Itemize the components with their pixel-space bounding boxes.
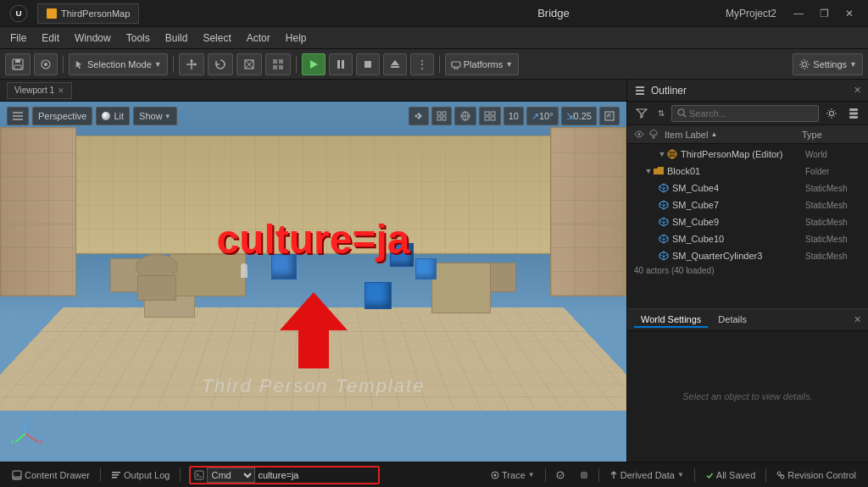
hamburger-menu[interactable] bbox=[7, 107, 29, 125]
smcube4-type: StaticMesh bbox=[805, 184, 865, 193]
filter-button[interactable] bbox=[632, 107, 651, 120]
stop-button[interactable] bbox=[356, 53, 380, 75]
details-tab[interactable]: Details bbox=[711, 313, 754, 328]
smquartercylinder3-type: StaticMesh bbox=[805, 252, 865, 261]
status-sep-5 bbox=[694, 468, 695, 482]
status-sep-4 bbox=[598, 468, 599, 482]
platform-right-2 bbox=[431, 263, 491, 313]
world-grid-button[interactable] bbox=[454, 107, 476, 125]
menu-help[interactable]: Help bbox=[279, 30, 314, 46]
tree-item-smcube4[interactable]: SM_Cube4 StaticMesh bbox=[627, 180, 868, 196]
rotate-button[interactable] bbox=[208, 53, 233, 75]
scale-icon: ⇲ bbox=[566, 111, 574, 122]
all-saved-icon bbox=[705, 471, 714, 479]
tree-item-smcube7[interactable]: SM_Cube7 StaticMesh bbox=[627, 196, 868, 213]
platforms-label: Platforms bbox=[464, 59, 503, 69]
maximize-viewport-button[interactable] bbox=[599, 107, 620, 125]
svg-rect-45 bbox=[636, 90, 644, 91]
tree-item-block01[interactable]: ▼ Block01 Folder bbox=[627, 163, 868, 180]
show-button[interactable]: Show ▼ bbox=[133, 107, 176, 125]
block01-type: Folder bbox=[805, 167, 865, 176]
minimize-button[interactable]: — bbox=[787, 5, 810, 22]
view-mode-toggle[interactable] bbox=[479, 107, 501, 125]
svg-rect-4 bbox=[14, 65, 21, 69]
world-settings-label: World Settings bbox=[641, 314, 701, 324]
play-options-button[interactable]: ⋮ bbox=[410, 53, 434, 75]
platforms-button[interactable]: Platforms ▼ bbox=[445, 53, 519, 75]
viewport[interactable]: Perspective Lit Show ▼ bbox=[0, 102, 626, 462]
outliner-tree: ▼ ThirdPersonMap (Editor) World ▼ Block0… bbox=[627, 144, 868, 308]
menu-file[interactable]: File bbox=[3, 30, 33, 46]
perspective-button[interactable]: Perspective bbox=[32, 107, 92, 125]
map-tab[interactable]: ThirdPersonMap bbox=[37, 3, 139, 24]
cmd-select[interactable]: Cmd Python bbox=[207, 468, 255, 483]
grid-num-display[interactable]: 10 bbox=[504, 107, 524, 125]
type-column[interactable]: Type bbox=[802, 130, 861, 140]
save-button[interactable] bbox=[5, 53, 31, 75]
content-drawer-label: Content Drawer bbox=[25, 470, 90, 480]
revision-control-button[interactable]: Revision Control bbox=[771, 468, 861, 482]
outliner-extra-button[interactable] bbox=[844, 106, 863, 121]
sort-button[interactable]: ⇅ bbox=[654, 107, 668, 119]
viewport-close-icon[interactable]: ✕ bbox=[58, 86, 64, 95]
cmd-input[interactable] bbox=[258, 470, 375, 480]
menu-select[interactable]: Select bbox=[196, 30, 237, 46]
snap-button[interactable] bbox=[265, 53, 291, 75]
derived-data-button[interactable]: Derived Data ▼ bbox=[604, 468, 689, 482]
item-label-column[interactable]: Item Label ▲ bbox=[665, 130, 802, 140]
menu-edit[interactable]: Edit bbox=[35, 30, 66, 46]
asset-icon-button[interactable] bbox=[575, 469, 593, 481]
maximize-button[interactable]: ❐ bbox=[812, 5, 836, 22]
lit-button[interactable]: Lit bbox=[96, 107, 130, 125]
menu-tools[interactable]: Tools bbox=[120, 30, 157, 46]
scale-button[interactable] bbox=[236, 53, 262, 75]
viewport-container: Viewport 1 ✕ Perspective Lit Show ▼ bbox=[0, 80, 626, 462]
world-settings-tab[interactable]: World Settings bbox=[634, 313, 708, 328]
settings-button[interactable]: Settings ▼ bbox=[793, 53, 863, 75]
svg-point-53 bbox=[638, 133, 641, 136]
all-saved-button[interactable]: All Saved bbox=[700, 468, 760, 482]
toolbar-separator bbox=[63, 56, 64, 73]
svg-rect-30 bbox=[485, 112, 489, 115]
tree-item-thirdpersonmap[interactable]: ▼ ThirdPersonMap (Editor) World bbox=[627, 146, 868, 163]
output-log-button[interactable]: Output Log bbox=[106, 468, 175, 482]
expand-icon[interactable]: ▼ bbox=[658, 150, 666, 158]
selection-mode-button[interactable]: Selection Mode ▼ bbox=[69, 53, 168, 75]
outliner-search-bar[interactable] bbox=[671, 105, 819, 122]
close-button[interactable]: ✕ bbox=[837, 5, 861, 22]
svg-point-47 bbox=[678, 109, 684, 115]
tree-item-smcube9[interactable]: SM_Cube9 StaticMesh bbox=[627, 213, 868, 230]
camera-speed-button[interactable] bbox=[409, 107, 429, 125]
trace-button[interactable]: Trace ▼ bbox=[486, 468, 540, 482]
viewport-tab-item[interactable]: Viewport 1 ✕ bbox=[7, 82, 72, 99]
menu-actor[interactable]: Actor bbox=[240, 30, 277, 46]
trace-label: Trace bbox=[502, 470, 526, 480]
expand-icon-block01[interactable]: ▼ bbox=[644, 167, 653, 175]
outliner-close-icon[interactable]: ✕ bbox=[854, 85, 861, 96]
play-button[interactable] bbox=[302, 53, 326, 75]
svg-rect-15 bbox=[364, 61, 371, 68]
outliner-search-input[interactable] bbox=[689, 108, 813, 119]
scale-display[interactable]: ⇲ 0.25 bbox=[561, 107, 597, 125]
grid-snap-button[interactable] bbox=[431, 107, 452, 125]
details-close-icon[interactable]: ✕ bbox=[854, 314, 861, 325]
transform-button[interactable] bbox=[179, 53, 204, 75]
angle-display[interactable]: ↗ 10° bbox=[526, 107, 559, 125]
menu-window[interactable]: Window bbox=[68, 30, 118, 46]
viewport-toolbar-left: Perspective Lit Show ▼ bbox=[7, 107, 177, 125]
pause-button[interactable] bbox=[329, 53, 353, 75]
staticmesh-icon-5 bbox=[658, 250, 670, 262]
shader-compile-button[interactable] bbox=[551, 469, 570, 481]
viewport-tab: Viewport 1 ✕ bbox=[0, 80, 626, 102]
source-control-button[interactable] bbox=[34, 53, 58, 75]
tree-item-smcube10[interactable]: SM_Cube10 StaticMesh bbox=[627, 230, 868, 247]
details-content: Select an object to view details. bbox=[627, 331, 868, 462]
content-drawer-button[interactable]: Content Drawer bbox=[7, 468, 95, 482]
eject-button[interactable] bbox=[383, 53, 407, 75]
settings-chevron: ▼ bbox=[849, 60, 857, 69]
svg-point-61 bbox=[494, 473, 497, 476]
menu-build[interactable]: Build bbox=[159, 30, 195, 46]
cmd-input-area[interactable]: Cmd Python bbox=[189, 466, 380, 484]
tree-item-smquartercylinder3[interactable]: SM_QuarterCylinder3 StaticMesh bbox=[627, 247, 868, 264]
outliner-settings-button[interactable] bbox=[822, 106, 841, 121]
